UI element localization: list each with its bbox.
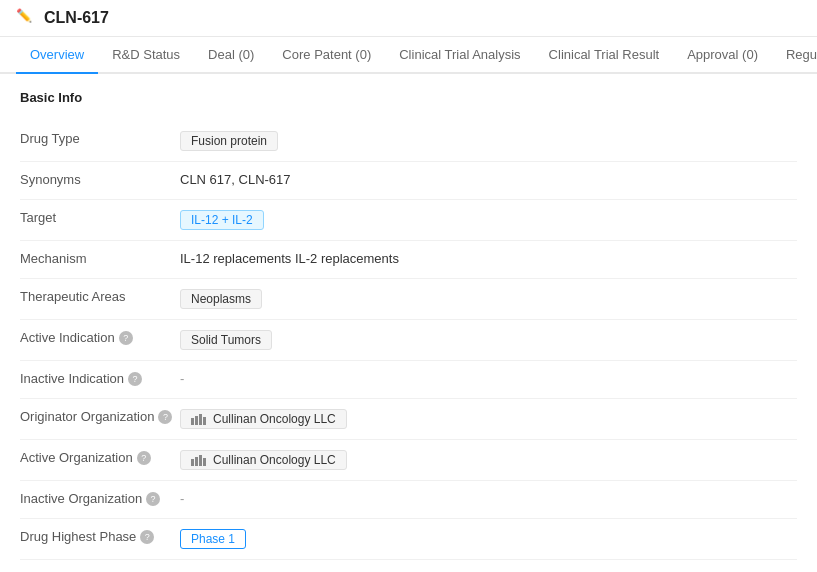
drug-highest-phase-value: Phase 1 [180,529,797,549]
field-drug-type: Drug Type Fusion protein [20,121,797,162]
active-indication-tag: Solid Tumors [180,330,272,350]
originator-org-tag[interactable]: Cullinan Oncology LLC [180,409,347,429]
tab-regulation[interactable]: Regulation (0) [772,37,817,74]
active-org-label: Active Organization ? [20,450,180,465]
tab-rd-status[interactable]: R&D Status [98,37,194,74]
tab-clinical-trial-analysis[interactable]: Clinical Trial Analysis [385,37,534,74]
target-label: Target [20,210,180,225]
tab-overview[interactable]: Overview [16,37,98,74]
field-synonyms: Synonyms CLN 617, CLN-617 [20,162,797,200]
synonyms-label: Synonyms [20,172,180,187]
svg-rect-4 [191,459,194,466]
drug-type-tag: Fusion protein [180,131,278,151]
drug-type-value: Fusion protein [180,131,797,151]
field-active-org: Active Organization ? Cullinan Oncology … [20,440,797,481]
org-logo-icon [191,414,207,425]
inactive-indication-label: Inactive Indication ? [20,371,180,386]
section-title: Basic Info [20,90,797,105]
page-header: ✏️ CLN-617 [0,0,817,37]
synonyms-value: CLN 617, CLN-617 [180,172,797,187]
field-mechanism: Mechanism IL-12 replacements IL-2 replac… [20,241,797,279]
page-title: CLN-617 [44,9,109,27]
svg-rect-5 [195,457,198,466]
drug-type-label: Drug Type [20,131,180,146]
inactive-indication-value: - [180,371,797,386]
field-inactive-indication: Inactive Indication ? - [20,361,797,399]
field-active-indication: Active Indication ? Solid Tumors [20,320,797,361]
field-therapeutic-areas: Therapeutic Areas Neoplasms [20,279,797,320]
drug-highest-phase-label: Drug Highest Phase ? [20,529,180,544]
svg-rect-2 [199,414,202,425]
active-org-tag[interactable]: Cullinan Oncology LLC [180,450,347,470]
drug-highest-phase-info-icon[interactable]: ? [140,530,154,544]
active-org-value: Cullinan Oncology LLC [180,450,797,470]
mechanism-label: Mechanism [20,251,180,266]
drug-highest-phase-tag: Phase 1 [180,529,246,549]
active-org-info-icon[interactable]: ? [137,451,151,465]
svg-rect-7 [203,458,206,466]
active-indication-info-icon[interactable]: ? [119,331,133,345]
svg-rect-1 [195,416,198,425]
tab-bar: Overview R&D Status Deal (0) Core Patent… [0,37,817,74]
active-indication-label: Active Indication ? [20,330,180,345]
drug-icon: ✏️ [16,8,36,28]
originator-org-label: Originator Organization ? [20,409,180,424]
inactive-org-value: - [180,491,797,506]
field-inactive-org: Inactive Organization ? - [20,481,797,519]
field-first-approval-date: First Approval Date - [20,560,797,572]
active-org-logo-icon [191,455,207,466]
originator-org-value: Cullinan Oncology LLC [180,409,797,429]
svg-rect-0 [191,418,194,425]
svg-rect-3 [203,417,206,425]
mechanism-value: IL-12 replacements IL-2 replacements [180,251,797,266]
field-drug-highest-phase: Drug Highest Phase ? Phase 1 [20,519,797,560]
inactive-org-info-icon[interactable]: ? [146,492,160,506]
therapeutic-areas-value: Neoplasms [180,289,797,309]
therapeutic-areas-tag: Neoplasms [180,289,262,309]
svg-rect-6 [199,455,202,466]
originator-org-info-icon[interactable]: ? [158,410,172,424]
tab-deal[interactable]: Deal (0) [194,37,268,74]
inactive-indication-info-icon[interactable]: ? [128,372,142,386]
tab-core-patent[interactable]: Core Patent (0) [268,37,385,74]
tab-clinical-trial-result[interactable]: Clinical Trial Result [535,37,674,74]
field-originator-org: Originator Organization ? Cullinan Oncol… [20,399,797,440]
field-target: Target IL-12 + IL-2 [20,200,797,241]
active-indication-value: Solid Tumors [180,330,797,350]
target-value: IL-12 + IL-2 [180,210,797,230]
tab-approval[interactable]: Approval (0) [673,37,772,74]
target-tag[interactable]: IL-12 + IL-2 [180,210,264,230]
main-content: Basic Info Drug Type Fusion protein Syno… [0,74,817,572]
inactive-org-label: Inactive Organization ? [20,491,180,506]
therapeutic-areas-label: Therapeutic Areas [20,289,180,304]
